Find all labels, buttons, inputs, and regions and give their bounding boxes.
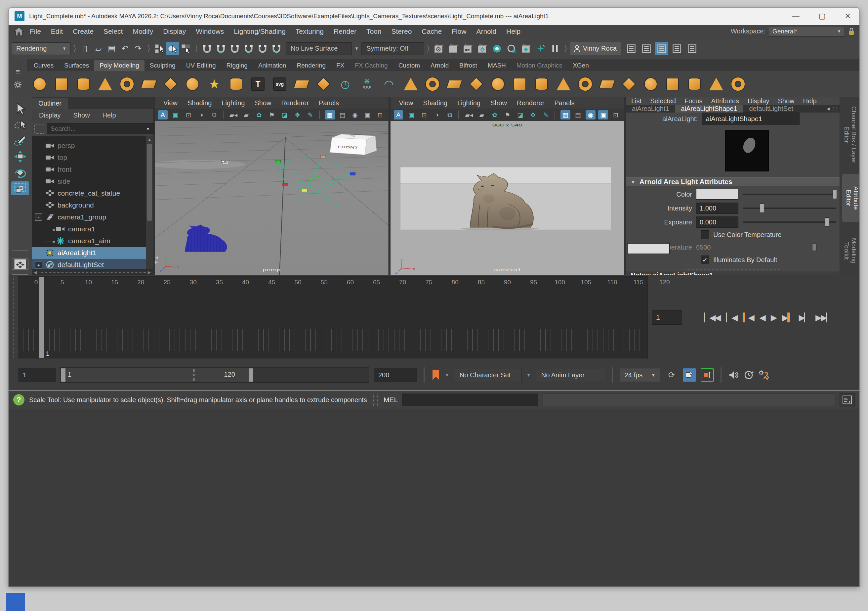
boolean-union-icon[interactable] <box>621 76 637 92</box>
light-editor-icon[interactable] <box>534 42 547 55</box>
animation-end-field[interactable] <box>374 368 417 382</box>
toolbar-separator[interactable]: ⟩ <box>147 42 150 55</box>
ipr-render-icon[interactable]: IPR <box>461 42 474 55</box>
section-arnold-area-light-attributes[interactable]: ▼ Arnold Area Light Attributes <box>626 177 840 186</box>
time-slider[interactable]: 1 05101520253035404550556065707580859095… <box>18 277 648 358</box>
cached-playback-icon[interactable] <box>744 370 753 380</box>
step-back-frame-button[interactable]: ▏◀ <box>726 313 737 322</box>
bevel-icon[interactable] <box>512 76 528 92</box>
poly-star-icon[interactable]: ★ <box>206 76 222 92</box>
chevron-down-icon[interactable]: ▼ <box>146 126 150 131</box>
single-pane-layout[interactable] <box>12 258 28 270</box>
viewport-menu-renderer[interactable]: Renderer <box>517 99 544 107</box>
color-manage-icon[interactable]: ◑ <box>197 110 206 120</box>
home-icon[interactable] <box>13 26 25 36</box>
menu-item-texturing[interactable]: Texturing <box>296 28 324 36</box>
render-view-icon[interactable] <box>432 42 445 55</box>
tab-scroll-icon[interactable]: ◂ <box>827 105 830 112</box>
fill-grid-icon[interactable]: ▦ <box>325 110 335 120</box>
outliner-search-input[interactable] <box>47 123 154 134</box>
origin-000-icon[interactable]: ❋0,0,0 <box>359 76 375 92</box>
object-mode-icon[interactable] <box>166 42 179 55</box>
poly-torus-icon[interactable] <box>119 76 135 92</box>
film-gate-icon[interactable]: ▤ <box>573 110 583 120</box>
move-tool[interactable] <box>11 149 29 163</box>
camera-attributes-icon[interactable]: ✿ <box>254 110 264 120</box>
command-result-field[interactable] <box>542 393 835 406</box>
bookmark-icon[interactable]: ⚑ <box>502 110 512 120</box>
snap-point-icon[interactable] <box>228 42 242 55</box>
workspace-select[interactable]: General*▼ <box>769 26 845 37</box>
extrude-icon[interactable] <box>555 76 571 92</box>
shelf-tab-animation[interactable]: Animation <box>253 60 291 71</box>
frame-selection-icon[interactable]: ⊡ <box>419 110 429 120</box>
ae-menu-display[interactable]: Display <box>748 97 769 105</box>
outliner-item-defaultLightSet[interactable]: +defaultLightSet <box>32 259 146 269</box>
region-zoom-icon[interactable]: ⊡ <box>375 110 385 120</box>
expander-icon[interactable]: + <box>35 261 42 269</box>
sculpt-tool-icon[interactable] <box>708 76 724 92</box>
camera-select-icon[interactable]: ▰◂ <box>464 110 474 120</box>
measure-distance-icon[interactable] <box>315 76 331 92</box>
bookmark-icon[interactable]: ⚑ <box>267 110 277 120</box>
scroll-up-icon[interactable]: ▲ <box>146 137 153 142</box>
viewport-menu-view[interactable]: View <box>399 99 413 107</box>
bookmark-icon[interactable] <box>431 369 440 381</box>
render-settings-icon[interactable] <box>476 42 489 55</box>
outliner-toggle-icon[interactable] <box>670 42 684 55</box>
shelf-tab-poly-modeling[interactable]: Poly Modeling <box>94 60 144 71</box>
taskbar-icon[interactable] <box>6 593 25 611</box>
isolate-select-icon[interactable]: ✥ <box>293 110 302 120</box>
viewport-menu-show[interactable]: Show <box>490 99 507 107</box>
camera-lock-icon[interactable]: ▰ <box>477 110 487 120</box>
undo-icon[interactable]: ↶ <box>118 42 132 55</box>
time-node-icon[interactable]: ◷ <box>337 76 353 92</box>
toolbar-separator[interactable]: ⟩ <box>195 42 198 55</box>
light-handle-red[interactable] <box>283 183 288 186</box>
character-set-selector[interactable]: No Character Set <box>454 368 522 382</box>
live-surface-field[interactable]: No Live Surface <box>286 42 352 55</box>
select-highlight-icon[interactable]: A <box>394 110 403 120</box>
toolbar-separator[interactable]: ⟩ <box>564 42 567 55</box>
shelf-tab-curves[interactable]: Curves <box>28 60 59 71</box>
mirror-icon[interactable] <box>599 76 615 92</box>
shelf-tab-bifrost[interactable]: Bifrost <box>454 60 482 71</box>
outliner-item-aiAreaLight1[interactable]: aiAreaLight1 <box>32 247 146 259</box>
outliner-item-camera1[interactable]: camera1 <box>32 223 146 235</box>
poly-cone-icon[interactable] <box>97 76 113 92</box>
paint-select-tool[interactable] <box>11 134 29 148</box>
step-forward-frame-button[interactable]: ▶▏ <box>799 313 809 322</box>
menu-item-arnold[interactable]: Arnold <box>476 28 496 36</box>
menu-item-stereo[interactable]: Stereo <box>391 28 412 36</box>
maximize-button[interactable]: ▢ <box>819 12 826 20</box>
poly-sphere-icon[interactable] <box>32 76 48 92</box>
current-time-playhead[interactable] <box>39 277 44 358</box>
persp-viewport-canvas[interactable]: Top FRONT <box>155 121 389 275</box>
range-slider[interactable]: 1 120 <box>60 367 369 382</box>
menu-item-lighting-shading[interactable]: Lighting/Shading <box>234 28 285 36</box>
ae-menu-focus[interactable]: Focus <box>685 97 702 105</box>
mel-command-input[interactable] <box>402 393 538 406</box>
shelf-tab-rigging[interactable]: Rigging <box>221 60 253 71</box>
scroll-left-icon[interactable]: ◀ <box>34 270 37 275</box>
dock-tab-attribute-editor[interactable]: Attribute Editor <box>842 174 859 222</box>
character-controls-icon[interactable] <box>640 42 653 55</box>
shelf-tab-xgen[interactable]: XGen <box>567 60 594 71</box>
outliner-item-camera1_group[interactable]: -camera1_group <box>32 211 146 223</box>
shelf-tab-surfaces[interactable]: Surfaces <box>59 60 94 71</box>
front-image-plane[interactable]: Top FRONT <box>330 134 377 155</box>
annotate-pencil-icon[interactable]: ✎ <box>541 110 550 120</box>
viewport-menu-panels[interactable]: Panels <box>554 99 574 107</box>
shelf-tab-arnold[interactable]: Arnold <box>425 60 454 71</box>
resolution-gate-icon[interactable]: ◉ <box>586 110 595 120</box>
chevron-down-icon[interactable]: ▼ <box>526 372 531 378</box>
animation-start-field[interactable] <box>19 368 56 382</box>
light-handle-yellow[interactable] <box>302 189 307 192</box>
notes-resize-handle[interactable] <box>685 269 780 269</box>
outliner-menu-help[interactable]: Help <box>102 112 116 119</box>
region-zoom-icon[interactable]: ⊡ <box>611 110 621 120</box>
auto-key-icon[interactable] <box>701 368 714 382</box>
shelf-tab-fx[interactable]: FX <box>331 60 350 71</box>
gate-mask-icon[interactable]: ▣ <box>598 110 608 120</box>
range-start-handle[interactable] <box>61 368 65 382</box>
